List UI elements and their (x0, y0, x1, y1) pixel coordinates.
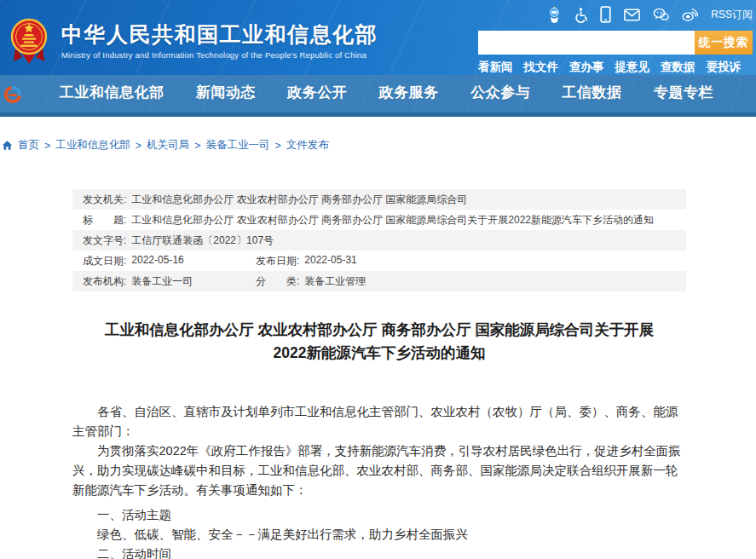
quick-link-news[interactable]: 看新闻 (478, 60, 513, 75)
site-title-block: 中华人民共和国工业和信息化部 Ministry of Industry and … (61, 21, 378, 60)
breadcrumb-separator: > (44, 140, 50, 152)
article-paragraph: 为贯彻落实2022年《政府工作报告》部署，支持新能源汽车消费，引导农村居民绿色出… (72, 441, 686, 500)
mascot-robot-icon[interactable] (547, 6, 562, 24)
mail-icon[interactable] (624, 9, 640, 21)
nav-item-special-topics[interactable]: 专题专栏 (654, 83, 713, 102)
nav-item-miit[interactable]: 工业和信息化部 (60, 83, 164, 102)
meta-row-issuing-organ: 发文机关: 工业和信息化部办公厅 农业农村部办公厅 商务部办公厅 国家能源局综合… (72, 189, 686, 210)
breadcrumb-home[interactable]: 首页 (18, 138, 39, 153)
breadcrumb-separator: > (274, 140, 280, 152)
quick-link-services[interactable]: 查办事 (569, 60, 604, 75)
nav-item-gov-affairs[interactable]: 政务公开 (287, 83, 347, 102)
article-body: 各省、自治区、直辖市及计划单列市工业和信息化主管部门、农业农村（农牧）厅（局、委… (72, 402, 686, 559)
breadcrumb-separator: > (136, 140, 141, 152)
quick-link-feedback[interactable]: 提意见 (615, 60, 650, 75)
quick-link-data[interactable]: 查数据 (661, 60, 695, 75)
search-button[interactable]: 统一搜索 (695, 31, 753, 55)
meta-label: 标 题: (83, 213, 126, 228)
article-title-line1: 工业和信息化部办公厅 农业农村部办公厅 商务部办公厅 国家能源局综合司关于开展 (72, 319, 686, 342)
site-title: 中华人民共和国工业和信息化部 (61, 21, 378, 47)
meta-value: 工信厅联通装函〔2022〕107号 (131, 233, 274, 248)
meta-value: 装备工业管理 (304, 274, 366, 289)
meta-value: 2022-05-31 (304, 254, 356, 268)
weibo-icon[interactable] (682, 8, 698, 21)
site-brand: 中华人民共和国工业和信息化部 Ministry of Industry and … (9, 15, 378, 65)
meta-label: 分 类: (256, 274, 299, 289)
home-icon[interactable] (2, 140, 13, 151)
nav-item-data[interactable]: 工信数据 (563, 83, 622, 102)
nav-item-news[interactable]: 新闻动态 (196, 83, 256, 102)
nav-item-participation[interactable]: 公众参与 (470, 83, 530, 102)
article-paragraph: 各省、自治区、直辖市及计划单列市工业和信息化主管部门、农业农村（农牧）厅（局、委… (72, 402, 686, 441)
site-subtitle-en: Ministry of Industry and Information Tec… (61, 50, 378, 60)
mobile-icon[interactable] (600, 6, 611, 23)
meta-row-doc-number: 发文字号: 工信厅联通装函〔2022〕107号 (72, 230, 686, 251)
header-icon-row: RSS订阅 (478, 4, 753, 25)
meta-value: 工业和信息化部办公厅 农业农村部办公厅 商务部办公厅 国家能源局综合司 (131, 193, 467, 207)
quick-link-complaint[interactable]: 要投诉 (707, 60, 742, 75)
search-bar: 统一搜索 (478, 31, 753, 55)
breadcrumb-separator: > (194, 140, 200, 152)
article-title: 工业和信息化部办公厅 农业农村部办公厅 商务部办公厅 国家能源局综合司关于开展 … (72, 319, 686, 365)
breadcrumb-current-page: 文件发布 (286, 138, 329, 153)
site-header: 中华人民共和国工业和信息化部 Ministry of Industry and … (0, 0, 756, 75)
article-title-line2: 2022新能源汽车下乡活动的通知 (72, 342, 686, 365)
wechat-icon[interactable] (653, 8, 669, 21)
meta-value: 2022-05-16 (131, 254, 183, 268)
rss-subscribe-link[interactable]: RSS订阅 (711, 8, 753, 22)
main-nav: 工业和信息化部 新闻动态 政务公开 政务服务 公众参与 工信数据 专题专栏 (0, 75, 756, 117)
meta-label: 成文日期: (83, 254, 126, 268)
meta-value: 装备工业一司 (131, 274, 193, 289)
breadcrumb-miit[interactable]: 工业和信息化部 (55, 138, 130, 153)
meta-label: 发文机关: (83, 193, 126, 207)
accessibility-icon[interactable] (574, 7, 587, 23)
breadcrumb-departments[interactable]: 机关司局 (147, 138, 189, 153)
meta-label: 发布机构: (83, 274, 126, 289)
nav-item-gov-services[interactable]: 政务服务 (379, 83, 439, 102)
breadcrumb-equipment-dept[interactable]: 装备工业一司 (205, 138, 269, 153)
meta-label: 发文字号: (83, 233, 126, 248)
quick-links-row: 看新闻 找文件 查办事 提意见 查数据 要投诉 (478, 60, 753, 75)
quick-link-files[interactable]: 找文件 (524, 60, 559, 75)
document-content: 发文机关: 工业和信息化部办公厅 农业农村部办公厅 商务部办公厅 国家能源局综合… (72, 189, 686, 559)
meta-row-title: 标 题: 工业和信息化部办公厅 农业农村部办公厅 商务部办公厅 国家能源局综合司… (72, 210, 686, 230)
national-emblem-icon (9, 15, 49, 65)
meta-row-dates: 成文日期: 2022-05-16 发布日期: 2022-05-31 (72, 251, 686, 271)
search-input[interactable] (478, 31, 695, 55)
article-section-heading: 一、活动主题 (72, 505, 686, 525)
article-paragraph: 绿色、低碳、智能、安全－－满足美好出行需求，助力乡村全面振兴 (72, 525, 686, 545)
breadcrumb: 首页 > 工业和信息化部 > 机关司局 > 装备工业一司 > 文件发布 (2, 138, 756, 153)
document-meta-table: 发文机关: 工业和信息化部办公厅 农业农村部办公厅 商务部办公厅 国家能源局综合… (72, 189, 686, 291)
meta-value: 工业和信息化部办公厅 农业农村部办公厅 商务部办公厅 国家能源局综合司关于开展2… (131, 213, 654, 228)
nav-items: 工业和信息化部 新闻动态 政务公开 政务服务 公众参与 工信数据 专题专栏 (0, 83, 756, 106)
meta-row-publisher: 发布机构: 装备工业一司 分 类: 装备工业管理 (72, 271, 686, 291)
header-right: RSS订阅 统一搜索 看新闻 找文件 查办事 提意见 查数据 要投诉 (478, 4, 753, 75)
article-section-heading: 二、活动时间 (72, 545, 686, 559)
meta-label: 发布日期: (256, 254, 299, 268)
